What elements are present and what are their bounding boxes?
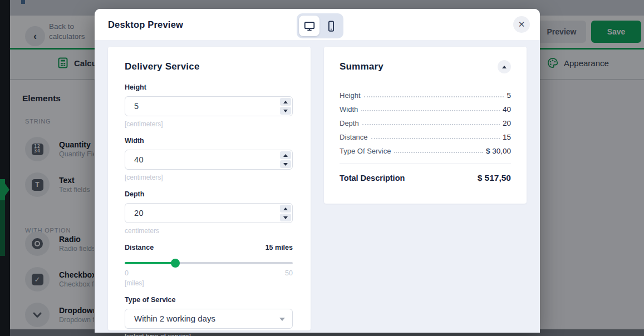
slider-thumb[interactable] [171, 259, 180, 268]
summary-row: Depth 20 [340, 113, 511, 127]
width-stepper [280, 151, 291, 168]
distance-slider[interactable] [125, 259, 293, 268]
height-input[interactable]: 5 [125, 96, 293, 116]
stepper-up-button[interactable] [280, 205, 291, 213]
dotted-leader [371, 138, 500, 139]
modal-header: Desktop Preview [95, 9, 540, 40]
height-value: 5 [134, 102, 139, 111]
field-hint: [centimeters] [125, 120, 293, 128]
triangle-up-icon [283, 207, 288, 210]
collapse-button[interactable] [498, 60, 511, 73]
summary-title: Summary [340, 61, 384, 72]
summary-row: Width 40 [340, 100, 511, 113]
summary-row: Distance 15 [340, 127, 511, 141]
summary-row: Type Of Service $ 30,00 [340, 141, 511, 155]
dotted-leader [394, 152, 483, 153]
close-icon: ✕ [518, 19, 525, 29]
triangle-up-icon [283, 101, 288, 103]
slider-fill [125, 262, 175, 264]
slider-max-label: 50 [285, 269, 293, 277]
field-hint: centimeters [125, 227, 293, 235]
triangle-up-icon [283, 154, 288, 157]
depth-input[interactable]: 20 [125, 203, 293, 223]
stepper-down-button[interactable] [280, 107, 291, 115]
select-label: Type of Service [125, 296, 293, 304]
triangle-down-icon [283, 163, 288, 166]
desktop-monitor-icon [303, 20, 316, 32]
field-type-of-service: Type of Service Within 2 working days [s… [125, 296, 293, 336]
chevron-down-icon [279, 318, 285, 321]
close-button[interactable]: ✕ [513, 16, 530, 33]
summary-divider [340, 164, 511, 164]
desktop-preview-modal: Desktop Preview [95, 9, 540, 333]
summary-row: Height 5 [340, 86, 511, 100]
width-input[interactable]: 40 [125, 150, 293, 170]
form-title: Delivery Service [125, 61, 293, 72]
type-of-service-select[interactable]: Within 2 working days [125, 309, 293, 329]
stepper-up-button[interactable] [280, 98, 291, 106]
dotted-leader [362, 124, 500, 125]
delivery-form-card: Delivery Service Height 5 [centimeters] … [108, 47, 311, 330]
height-stepper [280, 98, 291, 115]
triangle-down-icon [283, 110, 288, 112]
field-hint: [centimeters] [125, 174, 293, 181]
field-label: Height [125, 83, 293, 91]
field-label: Width [125, 137, 293, 145]
total-label: Total Description [340, 174, 405, 182]
desktop-toggle-button[interactable] [299, 16, 319, 36]
slider-min-label: 0 [125, 269, 129, 277]
stepper-down-button[interactable] [280, 160, 291, 168]
mobile-phone-icon [325, 20, 337, 32]
field-width: Width 40 [centimeters] [125, 137, 293, 181]
triangle-down-icon [283, 216, 288, 219]
field-depth: Depth 20 centimeters [125, 190, 293, 235]
device-toggle [297, 13, 343, 38]
stepper-up-button[interactable] [280, 151, 291, 159]
stepper-down-button[interactable] [280, 214, 291, 221]
summary-card: Summary Height 5 Width 40 Depth 20 Dista… [324, 47, 527, 204]
mobile-toggle-button[interactable] [321, 16, 341, 36]
depth-stepper [280, 205, 291, 221]
slider-value-label: 15 miles [266, 244, 293, 251]
width-value: 40 [134, 155, 144, 164]
triangle-up-icon [502, 66, 507, 68]
field-label: Depth [125, 190, 293, 198]
total-row: Total Description $ 517,50 [340, 173, 511, 183]
modal-title: Desktop Preview [108, 19, 183, 30]
field-distance: Distance 15 miles 0 50 [miles] [125, 244, 293, 287]
depth-value: 20 [134, 209, 144, 218]
field-hint: [select type of service] [125, 333, 293, 336]
slider-label: Distance [125, 244, 154, 251]
dotted-leader [364, 96, 504, 97]
field-height: Height 5 [centimeters] [125, 83, 293, 128]
field-hint: [miles] [125, 279, 293, 287]
select-value: Within 2 working days [134, 314, 215, 323]
dotted-leader [361, 110, 500, 111]
total-value: $ 517,50 [478, 173, 511, 183]
